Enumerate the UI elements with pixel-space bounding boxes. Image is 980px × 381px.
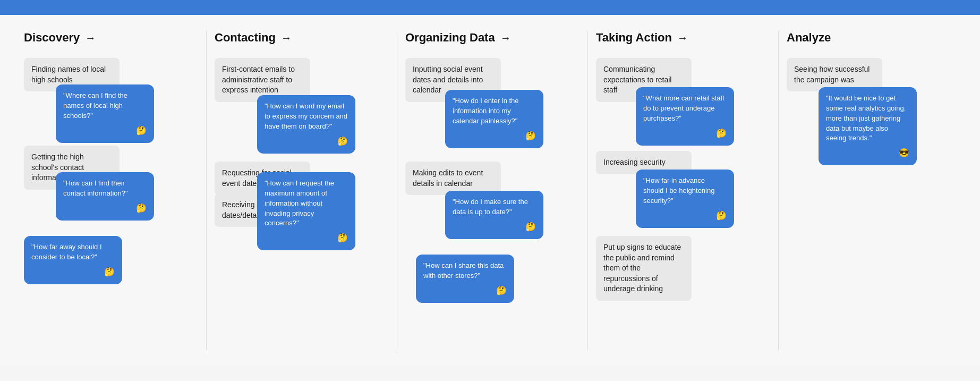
- cards-area-organizing: Inputting social event dates and details…: [405, 58, 580, 350]
- column-header-discovery: Discovery →: [24, 31, 199, 45]
- columns-wrapper: Discovery →Finding names of local high s…: [16, 31, 969, 350]
- card-o-blue-2: "How do I make sure the data is up to da…: [445, 191, 543, 239]
- column-title-taking-action: Taking Action: [596, 31, 672, 45]
- column-title-discovery: Discovery: [24, 31, 80, 45]
- card-d-blue-2: "How can I find their contact informatio…: [56, 172, 154, 221]
- cards-area-analyze: Seeing how successful the campaign was"I…: [787, 58, 961, 350]
- card-emoji-o-blue-2: 🤔: [453, 221, 536, 233]
- card-o-blue-3: "How can I share this data with other st…: [416, 255, 514, 303]
- card-ta-grey-3: Put up signs to educate the public and r…: [596, 236, 692, 301]
- column-header-organizing: Organizing Data →: [405, 31, 580, 45]
- card-ta-blue-2: "How far in advance should I be heighten…: [636, 170, 734, 228]
- column-title-analyze: Analyze: [787, 31, 831, 45]
- column-header-contacting: Contacting →: [215, 31, 389, 45]
- card-d-blue-1: "Where can I find the names of local hig…: [56, 84, 154, 143]
- cards-area-contacting: First-contact emails to administrative s…: [215, 58, 389, 350]
- card-emoji-d-blue-3: 🤔: [31, 266, 115, 278]
- app-header: [0, 0, 980, 15]
- card-o-blue-1: "How do I enter in the information into …: [445, 90, 543, 148]
- cards-area-discovery: Finding names of local high schools"Wher…: [24, 58, 199, 350]
- card-emoji-ta-blue-1: 🤔: [643, 127, 727, 139]
- column-contacting: Contacting →First-contact emails to admi…: [207, 31, 397, 350]
- column-taking-action: Taking Action →Communicating expectation…: [588, 31, 779, 350]
- column-title-organizing: Organizing Data: [405, 31, 495, 45]
- column-title-contacting: Contacting: [215, 31, 276, 45]
- card-o-grey-2: Making edits to event details in calenda…: [405, 162, 501, 195]
- card-c-blue-2: "How can I request the maximum amount of…: [257, 172, 355, 250]
- column-arrow-taking-action: →: [677, 32, 688, 44]
- card-c-blue-1: "How can I word my email to express my c…: [257, 95, 355, 154]
- column-header-taking-action: Taking Action →: [596, 31, 771, 45]
- column-arrow-contacting: →: [281, 32, 292, 44]
- card-emoji-o-blue-1: 🤔: [453, 130, 536, 142]
- cards-area-taking-action: Communicating expectations to retail sta…: [596, 58, 771, 350]
- card-an-grey-1: Seeing how successful the campaign was: [787, 58, 882, 91]
- card-emoji-an-blue-1: 😎: [826, 147, 909, 159]
- card-an-blue-1: "It would be nice to get some real analy…: [819, 87, 917, 165]
- card-emoji-d-blue-2: 🤔: [63, 202, 147, 214]
- column-analyze: AnalyzeSeeing how successful the campaig…: [779, 31, 969, 350]
- card-ta-blue-1: "What more can retail staff do to preven…: [636, 87, 734, 146]
- card-emoji-c-blue-2: 🤔: [265, 232, 348, 244]
- column-arrow-organizing: →: [500, 32, 511, 44]
- column-header-analyze: Analyze: [787, 31, 961, 45]
- card-d-blue-3: "How far away should I consider to be lo…: [24, 236, 122, 284]
- main-content: Discovery →Finding names of local high s…: [0, 15, 980, 366]
- card-emoji-ta-blue-2: 🤔: [643, 209, 727, 222]
- card-emoji-c-blue-1: 🤔: [265, 135, 348, 147]
- column-arrow-discovery: →: [85, 32, 96, 44]
- card-emoji-d-blue-1: 🤔: [63, 124, 147, 137]
- card-emoji-o-blue-3: 🤔: [423, 284, 507, 297]
- column-discovery: Discovery →Finding names of local high s…: [16, 31, 207, 350]
- column-organizing: Organizing Data →Inputting social event …: [397, 31, 588, 350]
